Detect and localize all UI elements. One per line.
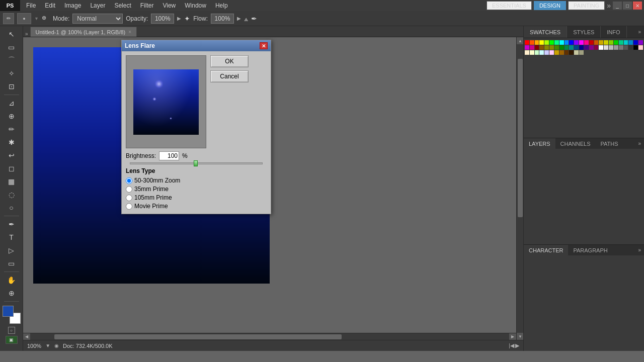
- hand-tool[interactable]: ✋: [6, 274, 18, 286]
- move-tool[interactable]: ↖: [6, 28, 18, 40]
- swatch-item[interactable]: [525, 45, 529, 50]
- lens-radio-2[interactable]: [126, 195, 132, 201]
- swatch-item[interactable]: [609, 40, 613, 45]
- swatch-item[interactable]: [569, 40, 574, 45]
- maximize-button[interactable]: □: [623, 2, 632, 10]
- swatch-item[interactable]: [544, 50, 549, 55]
- swatch-item[interactable]: [594, 40, 599, 45]
- swatch-item[interactable]: [589, 40, 594, 45]
- swatch-item[interactable]: [584, 40, 589, 45]
- text-tool[interactable]: T: [6, 231, 18, 243]
- blur-tool[interactable]: ◌: [6, 189, 18, 201]
- swatch-item[interactable]: [525, 40, 529, 45]
- dialog-titlebar[interactable]: Lens Flare ✕: [122, 40, 271, 51]
- zoom-menu-icon[interactable]: ▼: [45, 343, 50, 348]
- swatch-item[interactable]: [539, 40, 544, 45]
- swatch-item[interactable]: [559, 45, 564, 50]
- swatch-item[interactable]: [554, 40, 559, 45]
- brush-dropdown-arrow[interactable]: ▼: [34, 16, 39, 21]
- brightness-slider-track[interactable]: [130, 162, 263, 164]
- dodge-tool[interactable]: ○: [6, 202, 18, 214]
- ok-button[interactable]: OK: [210, 55, 249, 67]
- swatch-item[interactable]: [599, 45, 603, 50]
- swatch-item[interactable]: [594, 45, 599, 50]
- menu-file[interactable]: File: [22, 1, 40, 10]
- swatch-item[interactable]: [559, 40, 564, 45]
- status-indicator-icon[interactable]: ◉: [54, 343, 59, 348]
- menu-layer[interactable]: Layer: [86, 1, 109, 10]
- menu-help[interactable]: Help: [211, 1, 232, 10]
- gradient-tool[interactable]: ▦: [6, 175, 18, 188]
- marquee-tool[interactable]: ▭: [6, 41, 18, 53]
- menu-view[interactable]: View: [158, 1, 180, 10]
- vertical-scrollbar[interactable]: ▲ ▼: [516, 37, 523, 340]
- cancel-button[interactable]: Cancel: [210, 70, 249, 82]
- swatch-item[interactable]: [589, 45, 594, 50]
- menu-edit[interactable]: Edit: [41, 1, 59, 10]
- magic-wand-tool[interactable]: ✧: [6, 67, 18, 79]
- swatch-item[interactable]: [574, 45, 579, 50]
- swatch-item[interactable]: [604, 40, 608, 45]
- tab-paragraph[interactable]: PARAGRAPH: [568, 245, 612, 255]
- swatch-item[interactable]: [565, 45, 569, 50]
- canvas-tab-close[interactable]: ×: [128, 29, 131, 35]
- swatch-item[interactable]: [539, 50, 544, 55]
- swatch-item[interactable]: [628, 40, 633, 45]
- rp-expand-icon[interactable]: »: [635, 26, 644, 38]
- swatch-item[interactable]: [574, 50, 579, 55]
- swatch-item[interactable]: [559, 50, 564, 55]
- lens-radio-3[interactable]: [126, 203, 132, 210]
- screen-mode-icon[interactable]: ▣: [6, 336, 18, 344]
- lasso-tool[interactable]: ⌒: [6, 54, 18, 66]
- swatch-item[interactable]: [614, 40, 618, 45]
- lens-radio-0[interactable]: [126, 177, 132, 184]
- foreground-color-swatch[interactable]: [3, 306, 14, 317]
- path-select-tool[interactable]: ▷: [6, 244, 18, 256]
- swatch-item[interactable]: [549, 50, 554, 55]
- swatch-item[interactable]: [584, 45, 589, 50]
- lens-radio-1[interactable]: [126, 186, 132, 193]
- workspace-essentials[interactable]: ESSENTIALS: [487, 1, 532, 10]
- v-scroll-track[interactable]: [517, 44, 523, 333]
- history-brush-tool[interactable]: ↩: [6, 149, 18, 161]
- swatch-item[interactable]: [539, 45, 544, 50]
- brightness-input[interactable]: [159, 151, 179, 160]
- lens-option-0[interactable]: 50-300mm Zoom: [126, 177, 267, 184]
- swatch-item[interactable]: [619, 45, 623, 50]
- swatch-item[interactable]: [638, 45, 643, 50]
- swatch-item[interactable]: [628, 45, 633, 50]
- swatch-item[interactable]: [565, 40, 569, 45]
- brush-size-icon[interactable]: ●: [17, 13, 31, 24]
- swatch-item[interactable]: [624, 45, 628, 50]
- tab-character[interactable]: CHARACTER: [524, 245, 568, 255]
- swatch-item[interactable]: [535, 50, 539, 55]
- tab-info[interactable]: INFO: [601, 26, 626, 38]
- swatch-item[interactable]: [569, 45, 574, 50]
- minimize-button[interactable]: _: [613, 2, 622, 10]
- pen-tool[interactable]: ✒: [6, 218, 18, 230]
- flow-input[interactable]: [211, 14, 234, 24]
- swatch-item[interactable]: [609, 45, 613, 50]
- canvas-viewport[interactable]: Lens Flare ✕: [23, 37, 516, 333]
- v-scroll-thumb[interactable]: [518, 59, 523, 218]
- play-icon[interactable]: ▶: [515, 342, 519, 349]
- swatch-item[interactable]: [530, 40, 534, 45]
- rp-char-expand-icon[interactable]: »: [635, 245, 644, 255]
- swatch-item[interactable]: [565, 50, 569, 55]
- dialog-close-button[interactable]: ✕: [260, 42, 268, 49]
- brightness-slider-thumb[interactable]: [194, 160, 198, 166]
- workspace-painting[interactable]: PAINTING: [568, 1, 605, 10]
- lens-option-2[interactable]: 105mm Prime: [126, 194, 267, 201]
- tab-styles[interactable]: STYLES: [567, 26, 601, 38]
- flow-arrow-icon[interactable]: ▶: [237, 16, 241, 21]
- menu-image[interactable]: Image: [60, 1, 85, 10]
- swatch-item[interactable]: [579, 40, 584, 45]
- scroll-right-btn[interactable]: ▶: [509, 333, 516, 340]
- spot-heal-tool[interactable]: ⊕: [6, 110, 18, 122]
- workspace-expand-icon[interactable]: »: [607, 2, 611, 10]
- swatch-item[interactable]: [624, 40, 628, 45]
- stylus-icon[interactable]: ✒: [251, 15, 257, 23]
- tab-channels[interactable]: CHANNELS: [555, 138, 596, 149]
- opacity-input[interactable]: [151, 14, 174, 24]
- swatch-item[interactable]: [574, 40, 579, 45]
